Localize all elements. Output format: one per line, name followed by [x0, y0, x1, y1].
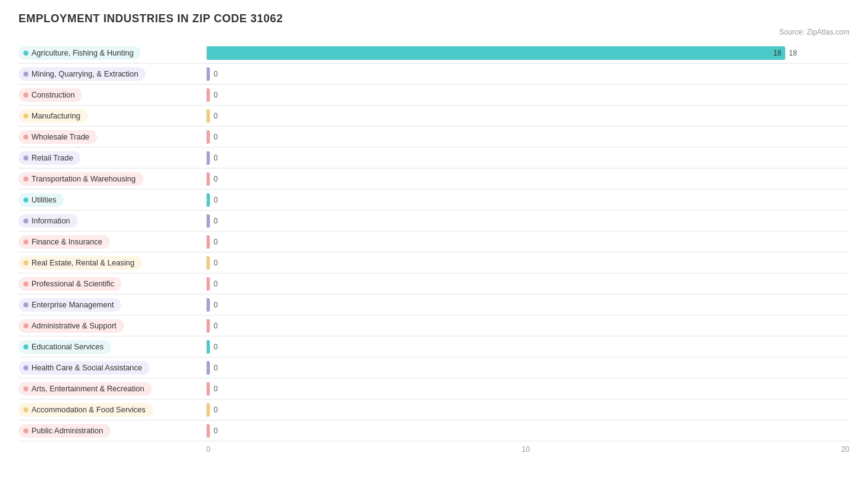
label-dot: [23, 240, 28, 244]
bar-value-outside: 0: [214, 259, 218, 267]
grid-line: [206, 424, 207, 438]
grid-line: [206, 382, 207, 396]
bar-row: Professional & Scientific0: [19, 273, 849, 294]
grid-line: [206, 172, 207, 186]
label-container: Construction: [19, 88, 204, 102]
bar-row: Retail Trade0: [19, 148, 849, 169]
industry-label: Construction: [31, 91, 75, 99]
industry-label: Professional & Scientific: [31, 280, 114, 288]
grid-line: [206, 340, 207, 354]
axis-label: 10: [522, 445, 530, 454]
bar-value-outside: 0: [214, 217, 218, 225]
bar-value-inside: 18: [773, 49, 781, 57]
bar-area: 0: [204, 172, 849, 186]
bar-area: 0: [204, 382, 849, 396]
label-dot: [23, 93, 28, 98]
bar-row: Construction0: [19, 85, 849, 106]
industry-label: Arts, Entertainment & Recreation: [31, 385, 144, 393]
label-dot: [23, 386, 28, 391]
bar-area: 0: [204, 88, 849, 102]
label-container: Agriculture, Fishing & Hunting: [19, 46, 204, 60]
grid-line: [206, 88, 207, 102]
axis-label: 20: [841, 445, 849, 454]
bar-area: 0: [204, 193, 849, 207]
bar-row: Administrative & Support0: [19, 315, 849, 336]
industry-label: Finance & Insurance: [31, 238, 102, 246]
label-pill: Public Administration: [19, 424, 111, 438]
label-pill: Professional & Scientific: [19, 277, 122, 291]
grid-line: [206, 235, 207, 249]
label-pill: Construction: [19, 88, 82, 102]
label-dot: [23, 260, 28, 265]
bar-value-outside: 0: [214, 70, 218, 78]
industry-label: Transportation & Warehousing: [31, 175, 136, 183]
label-container: Public Administration: [19, 424, 204, 438]
bar-area: 0: [204, 67, 849, 81]
bar-value-outside: 0: [214, 91, 218, 99]
label-pill: Administrative & Support: [19, 319, 124, 333]
label-pill: Real Estate, Rental & Leasing: [19, 256, 142, 270]
chart-title: EMPLOYMENT INDUSTRIES IN ZIP CODE 31062: [19, 12, 849, 25]
label-container: Retail Trade: [19, 151, 204, 165]
label-pill: Information: [19, 214, 78, 228]
bar-row: Educational Services0: [19, 336, 849, 357]
label-dot: [23, 198, 28, 202]
grid-line: [206, 109, 207, 123]
bar-area: 0: [204, 130, 849, 144]
bar-row: Transportation & Warehousing0: [19, 169, 849, 190]
bar-area: 0: [204, 277, 849, 291]
label-container: Finance & Insurance: [19, 235, 204, 249]
label-container: Educational Services: [19, 340, 204, 354]
bar-row: Utilities0: [19, 190, 849, 210]
label-dot: [23, 51, 28, 56]
industry-label: Administrative & Support: [31, 322, 117, 330]
bar-value-outside: 0: [214, 175, 218, 183]
label-pill: Finance & Insurance: [19, 235, 110, 249]
bar-area: 0: [204, 340, 849, 354]
grid-line: [206, 193, 207, 207]
bar-value-outside: 0: [214, 301, 218, 309]
industry-label: Information: [31, 217, 70, 225]
label-dot: [23, 323, 28, 328]
label-dot: [23, 428, 28, 433]
grid-line: [206, 298, 207, 312]
bar-area: 0: [204, 235, 849, 249]
label-container: Manufacturing: [19, 109, 204, 123]
bar-value-outside: 0: [214, 385, 218, 393]
grid-line: [206, 214, 207, 228]
label-dot: [23, 72, 28, 77]
label-container: Wholesale Trade: [19, 130, 204, 144]
label-container: Accommodation & Food Services: [19, 403, 204, 417]
label-pill: Educational Services: [19, 340, 111, 354]
bar-value-outside: 0: [214, 364, 218, 372]
bar-row: Agriculture, Fishing & Hunting1818: [19, 43, 849, 64]
bar-row: Enterprise Management0: [19, 294, 849, 315]
bar-row: Health Care & Social Assistance0: [19, 357, 849, 378]
industry-label: Real Estate, Rental & Leasing: [31, 259, 135, 267]
bar-area: 0: [204, 109, 849, 123]
bar-value-outside: 0: [214, 133, 218, 141]
bar-row: Arts, Entertainment & Recreation0: [19, 378, 849, 399]
axis-row: 01020: [19, 445, 849, 454]
bar-area: 0: [204, 151, 849, 165]
label-pill: Health Care & Social Assistance: [19, 361, 149, 375]
label-container: Professional & Scientific: [19, 277, 204, 291]
industry-label: Public Administration: [31, 427, 103, 435]
industry-label: Accommodation & Food Services: [31, 406, 146, 414]
industry-label: Educational Services: [31, 343, 104, 351]
grid-line: [206, 67, 207, 81]
bar-value-outside: 0: [214, 322, 218, 330]
grid-line: [206, 277, 207, 291]
grid-line: [206, 361, 207, 375]
bar-row: Information0: [19, 210, 849, 231]
label-dot: [23, 135, 28, 140]
label-dot: [23, 281, 28, 286]
label-container: Utilities: [19, 193, 204, 207]
bar-value-outside: 0: [214, 238, 218, 246]
grid-line: [206, 403, 207, 417]
bar-area: 0: [204, 214, 849, 228]
label-pill: Agriculture, Fishing & Hunting: [19, 46, 141, 60]
label-dot: [23, 407, 28, 412]
bar-value-outside: 0: [214, 154, 218, 162]
label-container: Enterprise Management: [19, 298, 204, 312]
